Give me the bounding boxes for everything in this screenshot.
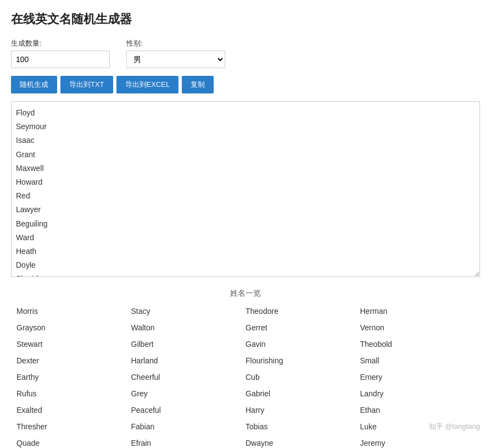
list-item: Gavin (245, 338, 360, 350)
section-title: 姓名一览 (11, 289, 480, 298)
copy-button[interactable]: 复制 (182, 76, 214, 93)
list-item: Gerret (245, 322, 360, 334)
list-item: Dexter (16, 355, 131, 367)
page-title: 在线英文名随机生成器 (11, 11, 480, 27)
list-item: Quade (16, 437, 131, 448)
export-excel-button[interactable]: 导出到EXCEL (116, 76, 179, 93)
list-item: Cheerful (131, 371, 246, 383)
list-item: Small (360, 355, 475, 367)
names-grid: MorrisStacyTheodoreHermanGraysonWaltonGe… (11, 305, 480, 448)
list-item: Stewart (16, 338, 131, 350)
count-label: 生成数量: (11, 38, 110, 48)
random-button[interactable]: 随机生成 (11, 76, 57, 93)
list-item: Efrain (131, 437, 246, 448)
list-item: Luke (360, 421, 475, 433)
list-item: Harry (245, 404, 360, 416)
list-item: Harland (131, 355, 246, 367)
list-item: Theobold (360, 338, 475, 350)
form-row: 生成数量: 性别: 男 女 (11, 38, 480, 68)
list-item: Flourishing (245, 355, 360, 367)
list-item: Vernon (360, 322, 475, 334)
list-item: Morris (16, 305, 131, 317)
gender-select[interactable]: 男 女 (126, 51, 225, 68)
list-item: Stacy (131, 305, 246, 317)
list-item: Jeremy (360, 437, 475, 448)
list-item: Exalted (16, 404, 131, 416)
list-item: Peaceful (131, 404, 246, 416)
list-item: Emery (360, 371, 475, 383)
list-item: Theodore (245, 305, 360, 317)
list-item: Grayson (16, 322, 131, 334)
list-item: Walton (131, 322, 246, 334)
list-item: Grey (131, 388, 246, 400)
list-item: Earthy (16, 371, 131, 383)
export-txt-button[interactable]: 导出到TXT (60, 76, 113, 93)
list-item: Rufus (16, 388, 131, 400)
list-item: Thresher (16, 421, 131, 433)
list-item: Gilbert (131, 338, 246, 350)
button-row: 随机生成 导出到TXT 导出到EXCEL 复制 (11, 76, 480, 93)
list-item: Fabian (131, 421, 246, 433)
count-input[interactable] (11, 51, 110, 68)
list-item: Tobias (245, 421, 360, 433)
list-item: Dwayne (245, 437, 360, 448)
list-item: Ethan (360, 404, 475, 416)
list-item: Cub (245, 371, 360, 383)
names-textarea[interactable] (11, 101, 480, 277)
gender-label: 性别: (126, 38, 225, 48)
list-item: Gabriel (245, 388, 360, 400)
count-group: 生成数量: (11, 38, 110, 68)
list-item: Landry (360, 388, 475, 400)
list-item: Herman (360, 305, 475, 317)
gender-group: 性别: 男 女 (126, 38, 225, 68)
